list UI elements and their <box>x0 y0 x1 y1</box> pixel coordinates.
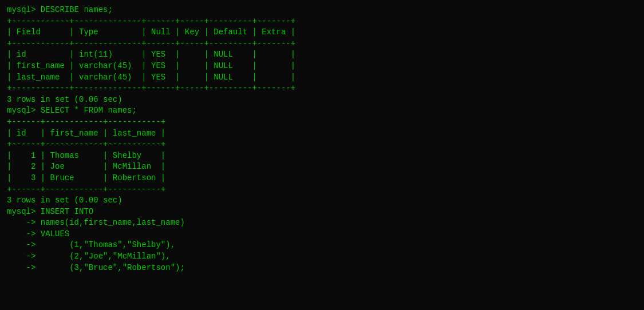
terminal-line: mysql> DESCRIBE names; <box>7 5 637 16</box>
terminal-line: | id | first_name | last_name | <box>7 128 637 140</box>
terminal-line: mysql> SELECT * FROM names; <box>7 105 637 117</box>
terminal-line: mysql> INSERT INTO <box>7 206 637 218</box>
terminal-line: +------------+--------------+------+----… <box>7 38 637 50</box>
terminal-line: | 2 | Joe | McMillan | <box>7 161 637 173</box>
terminal-line: +------------+--------------+------+----… <box>7 16 637 27</box>
terminal-line: 3 rows in set (0.00 sec) <box>7 195 637 206</box>
terminal-line: | last_name | varchar(45) | YES | | NULL… <box>7 72 637 84</box>
terminal-line: +------+------------+-----------+ <box>7 117 637 128</box>
terminal-line: | 3 | Bruce | Robertson | <box>7 173 637 184</box>
terminal-line: | first_name | varchar(45) | YES | | NUL… <box>7 61 637 72</box>
terminal-line: -> (2,"Joe","McMillan"), <box>7 251 637 263</box>
terminal-line: | id | int(11) | YES | | NULL | | <box>7 49 637 61</box>
terminal-line: -> (1,"Thomas","Shelby"), <box>7 240 637 251</box>
terminal-window: mysql> DESCRIBE names;+------------+----… <box>7 5 637 273</box>
terminal-line: -> names(id,first_name,last_name) <box>7 217 637 229</box>
terminal-line: 3 rows in set (0.06 sec) <box>7 94 637 106</box>
terminal-line: | 1 | Thomas | Shelby | <box>7 150 637 162</box>
terminal-line: | Field | Type | Null | Key | Default | … <box>7 27 637 38</box>
terminal-line: +------+------------+-----------+ <box>7 184 637 196</box>
terminal-line: +------------+--------------+------+----… <box>7 83 637 94</box>
terminal-line: -> (3,"Bruce","Robertson"); <box>7 263 637 274</box>
terminal-line: +------+------------+-----------+ <box>7 139 637 150</box>
terminal-line: -> VALUES <box>7 229 637 240</box>
